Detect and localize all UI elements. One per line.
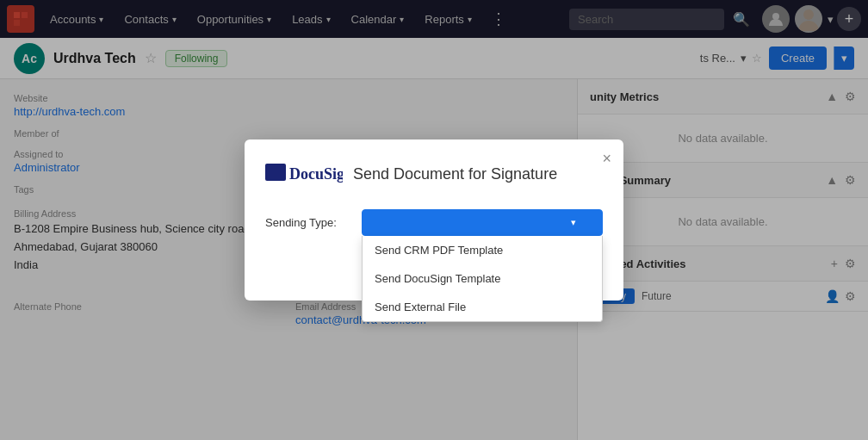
chevron-down-icon: ▾	[571, 217, 576, 228]
dropdown-list: Send CRM PDF Template Send DocuSign Temp…	[362, 236, 603, 322]
svg-rect-5	[265, 164, 286, 181]
option-crm-pdf[interactable]: Send CRM PDF Template	[363, 236, 602, 264]
option-external-file[interactable]: Send External File	[363, 293, 602, 321]
option-docusign-template[interactable]: Send DocuSign Template	[363, 264, 602, 293]
modal-overlay: × DocuSign Send Document for Signature S…	[0, 0, 868, 440]
sending-type-dropdown: ▾ Send CRM PDF Template Send DocuSign Te…	[362, 209, 603, 236]
dropdown-trigger[interactable]: ▾	[362, 209, 603, 236]
docusign-modal: × DocuSign Send Document for Signature S…	[245, 139, 623, 301]
modal-title: Send Document for Signature	[353, 165, 557, 183]
sending-type-label: Sending Type:	[265, 209, 351, 229]
selected-value	[371, 216, 375, 229]
docusign-logo: DocuSign	[265, 160, 343, 189]
close-button[interactable]: ×	[602, 150, 611, 168]
modal-header: DocuSign Send Document for Signature	[265, 160, 603, 189]
sending-type-row: Sending Type: ▾ Send CRM PDF Template Se…	[265, 209, 603, 236]
svg-text:DocuSign: DocuSign	[289, 165, 343, 183]
